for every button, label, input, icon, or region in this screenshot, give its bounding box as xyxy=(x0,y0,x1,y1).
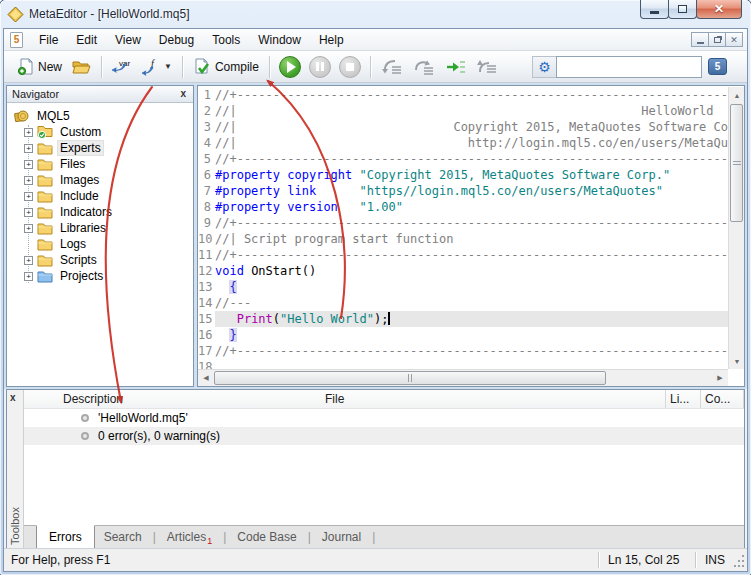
status-help-text: For Help, press F1 xyxy=(4,553,598,567)
tree-expand-button[interactable]: + xyxy=(24,176,33,185)
tree-expand-button[interactable]: + xyxy=(24,160,33,169)
tree-item-projects[interactable]: +Projects xyxy=(7,268,193,284)
tab-errors[interactable]: Errors xyxy=(36,525,95,549)
output-row[interactable]: 'HelloWorld.mq5' xyxy=(24,409,744,427)
tree-item-mql5[interactable]: MQL5 xyxy=(7,108,193,124)
mdi-restore-button[interactable] xyxy=(708,32,726,47)
menu-items: FileEditViewDebugToolsWindowHelp xyxy=(30,30,353,50)
function-dropdown-arrow[interactable]: ▼ xyxy=(164,62,172,71)
search-input[interactable] xyxy=(557,58,720,76)
tab-code-base[interactable]: Code Base xyxy=(228,526,305,549)
vertical-scroll-thumb[interactable] xyxy=(730,104,743,222)
tree-item-scripts[interactable]: +Scripts xyxy=(7,252,193,268)
tree-item-libraries[interactable]: +Libraries xyxy=(7,220,193,236)
code-line[interactable]: 14//--- xyxy=(198,295,728,311)
code-line[interactable]: 8#property version "1.00" xyxy=(198,199,728,215)
navigator-title: Navigator xyxy=(12,88,59,100)
column-file[interactable]: File xyxy=(321,390,665,408)
folder-icon xyxy=(37,237,54,251)
code-lines[interactable]: 1//+------------------------------------… xyxy=(198,87,728,369)
code-line[interactable]: 1//+------------------------------------… xyxy=(198,87,728,103)
code-editor[interactable]: 1//+------------------------------------… xyxy=(197,85,745,387)
menu-tools[interactable]: Tools xyxy=(203,30,249,50)
code-line[interactable]: 2//| HelloWorld xyxy=(198,103,728,119)
mdi-minimize-button[interactable] xyxy=(691,32,709,47)
code-line[interactable]: 12void OnStart() xyxy=(198,263,728,279)
tree-item-indicators[interactable]: +Indicators xyxy=(7,204,193,220)
scroll-down-arrow[interactable]: ▼ xyxy=(729,353,745,369)
menu-view[interactable]: View xyxy=(106,30,150,50)
resize-grip[interactable] xyxy=(734,549,747,571)
new-button[interactable]: New xyxy=(12,55,67,79)
horizontal-scrollbar[interactable]: ◀ ▶ xyxy=(198,369,728,386)
tree-expand-button[interactable]: + xyxy=(24,208,33,217)
code-line[interactable]: 7#property link "https//login.mql5.co/en… xyxy=(198,183,728,199)
toolbox-close-button[interactable]: x xyxy=(10,392,16,403)
tree-item-logs[interactable]: Logs xyxy=(7,236,193,252)
mql5-community-button[interactable]: 5 xyxy=(708,58,727,75)
column-column[interactable]: Co... xyxy=(700,390,744,408)
tree-expand-button[interactable]: + xyxy=(24,272,33,281)
insert-variable-button[interactable]: var xyxy=(107,55,137,79)
navigator-close-button[interactable]: x xyxy=(178,89,188,99)
continue-button[interactable] xyxy=(440,55,470,79)
step-out-button[interactable] xyxy=(470,55,502,79)
code-line[interactable]: 11//+-----------------------------------… xyxy=(198,247,728,263)
maximize-button[interactable] xyxy=(668,0,697,19)
menu-file[interactable]: File xyxy=(30,30,67,50)
line-number: 10 xyxy=(198,231,215,247)
code-line[interactable]: 3//| Copyright 2015, MetaQuotes Software… xyxy=(198,119,728,135)
close-button[interactable]: ✕ xyxy=(696,0,742,19)
code-line[interactable]: 9//+------------------------------------… xyxy=(198,215,728,231)
output-row[interactable]: 0 error(s), 0 warning(s) xyxy=(24,427,744,445)
tree-item-images[interactable]: +Images xyxy=(7,172,193,188)
tree-expand-button[interactable]: + xyxy=(24,128,33,137)
code-line[interactable]: 13 { xyxy=(198,279,728,295)
column-description[interactable]: Description xyxy=(24,390,321,408)
tree-item-experts[interactable]: +Experts xyxy=(7,140,193,156)
code-line[interactable]: 15 Print("Hello World"); xyxy=(198,311,728,327)
tree-item-include[interactable]: +Include xyxy=(7,188,193,204)
step-into-button[interactable] xyxy=(376,55,408,79)
tree-expand-button[interactable]: + xyxy=(24,192,33,201)
tab-journal[interactable]: Journal xyxy=(313,526,370,549)
menu-edit[interactable]: Edit xyxy=(67,30,106,50)
code-line[interactable]: 17//+-----------------------------------… xyxy=(198,343,728,359)
tree-item-custom[interactable]: +Custom xyxy=(7,124,193,140)
code-line[interactable]: 10//| Script program start function xyxy=(198,231,728,247)
code-line[interactable]: 5//+------------------------------------… xyxy=(198,151,728,167)
code-text xyxy=(215,359,728,369)
stop-button[interactable] xyxy=(339,56,361,78)
code-line[interactable]: 18 xyxy=(198,359,728,369)
tab-articles[interactable]: Articles1 xyxy=(158,526,221,549)
code-line[interactable]: 6#property copyright "Copyright 2015, Me… xyxy=(198,167,728,183)
code-line[interactable]: 16 } xyxy=(198,327,728,343)
run-button[interactable] xyxy=(279,56,301,78)
scroll-up-arrow[interactable]: ▲ xyxy=(729,87,745,103)
tab-search[interactable]: Search xyxy=(95,526,151,549)
menu-window[interactable]: Window xyxy=(249,30,310,50)
mdi-close-button[interactable]: ✕ xyxy=(725,32,743,47)
scroll-right-arrow[interactable]: ▶ xyxy=(712,370,728,386)
tab-separator: | xyxy=(221,526,228,549)
search-settings-button[interactable]: ⚙ xyxy=(532,56,556,78)
menu-help[interactable]: Help xyxy=(310,30,353,50)
minimize-button[interactable] xyxy=(640,0,669,19)
tree-expand-button[interactable]: + xyxy=(24,144,33,153)
tree-expand-button[interactable]: + xyxy=(24,256,33,265)
tree-item-files[interactable]: +Files xyxy=(7,156,193,172)
open-button[interactable] xyxy=(67,55,96,79)
horizontal-scroll-thumb[interactable] xyxy=(214,371,606,385)
compile-button-label: Compile xyxy=(215,60,259,74)
compile-button[interactable]: Compile xyxy=(188,55,264,79)
column-line[interactable]: Li... xyxy=(665,390,700,408)
vertical-scrollbar[interactable]: ▲ ▼ xyxy=(728,87,744,369)
scroll-left-arrow[interactable]: ◀ xyxy=(198,370,214,386)
tree-expand-button[interactable]: + xyxy=(24,224,33,233)
step-over-button[interactable] xyxy=(408,55,440,79)
pause-button[interactable] xyxy=(309,56,331,78)
menu-debug[interactable]: Debug xyxy=(150,30,203,50)
line-number: 16 xyxy=(198,327,215,343)
code-line[interactable]: 4//| http://login.mql5.co/en/users/MetaQ… xyxy=(198,135,728,151)
insert-function-button[interactable]: f ▼ xyxy=(137,55,177,79)
